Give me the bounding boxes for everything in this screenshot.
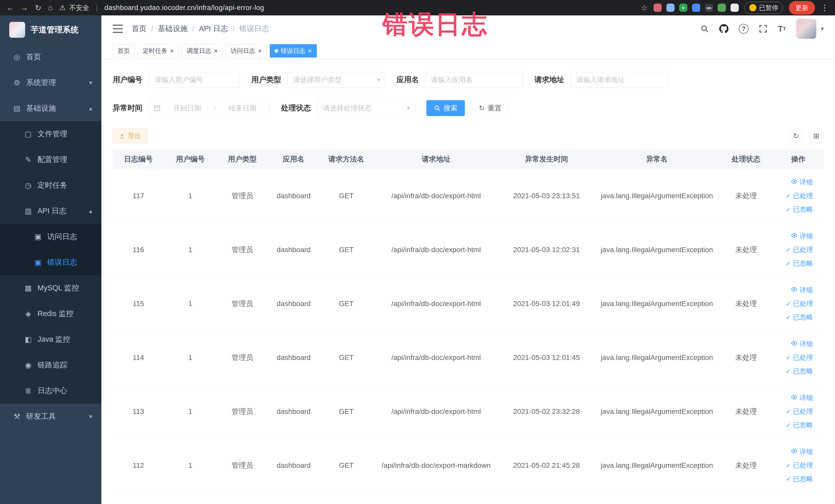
sidebar-item-error-log[interactable]: ▣错误日志 xyxy=(0,249,101,275)
extension-green-v-icon[interactable]: V xyxy=(679,4,687,12)
home-icon[interactable]: ⌂ xyxy=(48,3,53,12)
cell-time: 2021-05-02 21:45:28 xyxy=(499,439,594,492)
ignored-action-link[interactable]: ✓已忽略 xyxy=(786,313,813,322)
cell-exception: java.lang.IllegalArgumentException xyxy=(594,169,720,223)
process-status-select[interactable] xyxy=(317,100,415,116)
forward-icon[interactable]: → xyxy=(21,3,28,12)
close-icon[interactable]: × xyxy=(214,47,218,54)
tab-label: 定时任务 xyxy=(143,47,167,55)
config-icon: ✎ xyxy=(23,155,34,164)
sidebar-item-access-log[interactable]: ▣访问日志 xyxy=(0,224,101,249)
sidebar-item-scheduled-jobs[interactable]: ◷定时任务 xyxy=(0,173,101,198)
breadcrumb-item[interactable]: 首页 xyxy=(132,24,147,34)
sidebar-item-system-management[interactable]: ⚙系统管理▾ xyxy=(0,70,101,96)
sidebar-item-home[interactable]: ◎首页 xyxy=(0,44,101,70)
font-size-icon[interactable]: TT xyxy=(778,24,786,34)
detail-action-link[interactable]: 详细 xyxy=(791,231,813,241)
user-type-select[interactable] xyxy=(287,72,385,88)
search-icon[interactable] xyxy=(700,24,709,33)
tab-access-log[interactable]: 访问日志× xyxy=(226,44,266,58)
security-label[interactable]: 不安全 xyxy=(69,3,89,12)
user-avatar[interactable] xyxy=(796,19,816,39)
sidebar-item-dev-tools[interactable]: ⚒研发工具▾ xyxy=(0,404,101,429)
address-bar[interactable]: dashboard.yudao.iocoder.cn/infra/log/api… xyxy=(104,4,264,12)
search-button[interactable]: 搜索 xyxy=(426,100,465,116)
sidebar-item-log-center[interactable]: ≣日志中心 xyxy=(0,378,101,404)
sidebar-item-file-management[interactable]: ▢文件管理 xyxy=(0,121,101,147)
check-icon: ✓ xyxy=(786,462,791,469)
extension-red-icon[interactable] xyxy=(653,4,662,12)
processed-action-link[interactable]: ✓已处理 xyxy=(786,407,813,416)
breadcrumb-item[interactable]: API 日志 xyxy=(199,24,228,34)
detail-action-link[interactable]: 详细 xyxy=(791,178,813,187)
caret-down-icon[interactable]: ▾ xyxy=(821,25,824,32)
sidebar-item-mysql-monitor[interactable]: ▦MySQL 监控 xyxy=(0,275,101,301)
sidebar-item-redis-monitor[interactable]: ◈Redis 监控 xyxy=(0,301,101,327)
bookmark-star-icon[interactable]: ☆ xyxy=(641,3,648,12)
cell-method: GET xyxy=(319,331,373,384)
tab-home[interactable]: 首页 xyxy=(113,44,135,58)
start-date-placeholder[interactable]: 开始日期 xyxy=(165,103,210,113)
column-settings-button[interactable]: ⊞ xyxy=(809,128,824,143)
processed-action-link[interactable]: ✓已处理 xyxy=(786,245,813,254)
end-date-placeholder[interactable]: 结束日期 xyxy=(220,103,265,113)
tab-label: 首页 xyxy=(118,47,130,55)
export-button[interactable]: 导出 xyxy=(113,128,148,143)
close-icon[interactable]: × xyxy=(308,47,312,54)
detail-action-link[interactable]: 详细 xyxy=(791,394,813,402)
column-header-method: 请求方法名 xyxy=(319,154,373,164)
tab-scheduled-jobs[interactable]: 定时任务× xyxy=(138,44,179,58)
processed-action-link[interactable]: ✓已处理 xyxy=(786,299,813,308)
paused-extension-badge[interactable]: 已暂停 xyxy=(745,2,783,14)
sidebar-item-api-log[interactable]: ▥API 日志▴ xyxy=(0,198,101,224)
app-name-input[interactable] xyxy=(425,72,523,88)
processed-action-link[interactable]: ✓已处理 xyxy=(786,191,813,200)
processed-action-link[interactable]: ✓已处理 xyxy=(786,461,813,470)
user-id-input[interactable] xyxy=(149,72,240,88)
close-icon[interactable]: × xyxy=(170,47,174,54)
reset-button[interactable]: ↻ 重置 xyxy=(471,100,509,116)
tab-error-log[interactable]: 错误日志× xyxy=(270,44,317,58)
request-url-input[interactable] xyxy=(570,72,668,88)
close-icon[interactable]: × xyxy=(258,47,262,54)
refresh-table-button[interactable]: ↻ xyxy=(789,128,804,143)
detail-action-link[interactable]: 详细 xyxy=(791,285,813,295)
ignored-action-link[interactable]: ✓已忽略 xyxy=(786,367,813,376)
date-range-picker[interactable]: 开始日期 - 结束日期 xyxy=(149,100,270,116)
browser-menu-icon[interactable]: ⋮ xyxy=(821,3,829,13)
sidebar-item-trace[interactable]: ◉链路追踪 xyxy=(0,352,101,378)
sidebar-item-infrastructure[interactable]: ▤基础设施▴ xyxy=(0,96,101,121)
cell-status: 未处理 xyxy=(720,169,772,223)
extension-on-badge-icon[interactable]: on xyxy=(705,4,713,12)
help-icon[interactable]: ? xyxy=(739,24,749,34)
sidebar-item-java-monitor[interactable]: ◧Java 监控 xyxy=(0,327,101,352)
cell-url: /api/infra/db-doc/export-html xyxy=(373,223,499,277)
refresh-icon: ↻ xyxy=(793,132,799,140)
ignored-action-link[interactable]: ✓已忽略 xyxy=(786,205,813,214)
ignored-action-link[interactable]: ✓已忽略 xyxy=(786,421,813,429)
date-separator: - xyxy=(214,104,216,112)
update-button[interactable]: 更新 xyxy=(789,1,815,15)
extension-blue-grid-icon[interactable] xyxy=(692,4,700,12)
sidebar-item-config-management[interactable]: ✎配置管理 xyxy=(0,147,101,173)
extension-green-leaf-icon[interactable] xyxy=(718,4,726,12)
github-icon[interactable] xyxy=(719,24,729,33)
ignored-action-link[interactable]: ✓已忽略 xyxy=(786,475,813,483)
app-logo[interactable]: 芋道管理系统 xyxy=(0,15,101,44)
cell-method: GET xyxy=(319,223,373,277)
extension-paw-icon[interactable] xyxy=(731,4,739,12)
extension-lightblue-icon[interactable] xyxy=(666,4,675,12)
cell-method: GET xyxy=(319,169,373,223)
back-icon[interactable]: ← xyxy=(6,3,14,12)
reset-button-label: 重置 xyxy=(488,103,502,113)
detail-action-link[interactable]: 详细 xyxy=(791,339,813,348)
breadcrumb-item[interactable]: 基础设施 xyxy=(158,24,188,34)
fullscreen-icon[interactable] xyxy=(759,24,768,33)
ignored-action-link[interactable]: ✓已忽略 xyxy=(786,259,813,268)
collapse-sidebar-icon[interactable] xyxy=(113,25,123,33)
processed-action-link[interactable]: ✓已处理 xyxy=(786,353,813,362)
reload-icon[interactable]: ↻ xyxy=(35,3,41,12)
detail-action-link[interactable]: 详细 xyxy=(791,447,813,456)
tab-schedule-log[interactable]: 调度日志× xyxy=(182,44,223,58)
cell-status: 未处理 xyxy=(720,223,772,277)
